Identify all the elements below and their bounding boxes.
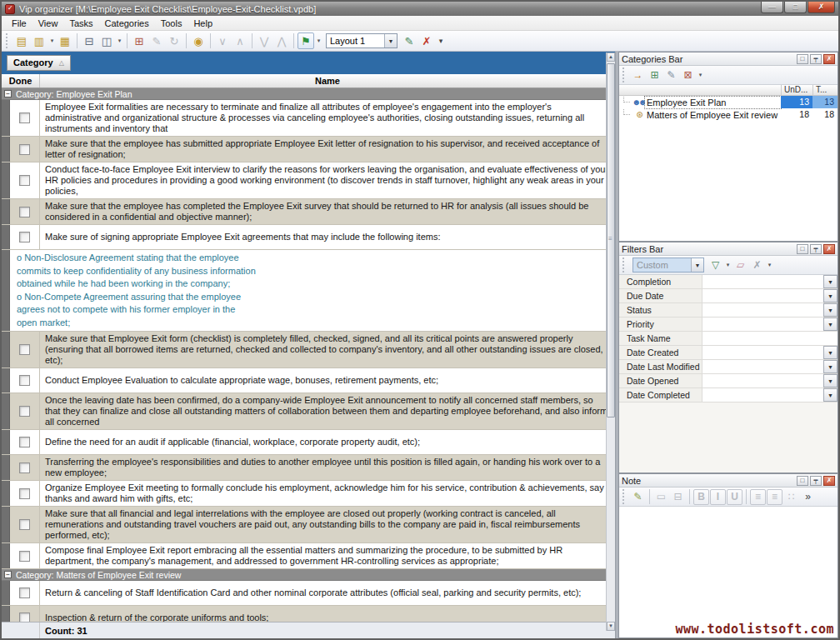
edit-category-icon[interactable]: ✎	[663, 68, 679, 83]
italic-icon[interactable]: I	[710, 489, 726, 505]
close-panel-icon[interactable]: ✗	[823, 54, 835, 64]
delete-category-icon[interactable]: ⊠	[680, 68, 696, 83]
done-checkbox[interactable]	[19, 488, 30, 499]
edit-task-icon[interactable]: ✎	[148, 32, 165, 49]
collapse-group-icon[interactable]: −	[4, 571, 12, 578]
pin-panel-icon[interactable]: ┯	[810, 54, 822, 64]
delete-filter-icon-dropdown-icon[interactable]: ▾	[766, 257, 773, 273]
filter-value-cell[interactable]	[702, 346, 823, 359]
minimize-button[interactable]: —	[761, 2, 783, 13]
filter-dropdown-icon[interactable]: ▼	[823, 275, 838, 288]
align-center-icon[interactable]: ≡	[767, 489, 782, 505]
apply-layout-icon[interactable]: ✎	[401, 32, 418, 49]
column-header-done[interactable]: Done	[2, 74, 40, 88]
complete-task-icon[interactable]: ↻	[166, 32, 182, 49]
done-checkbox[interactable]	[19, 232, 30, 242]
done-checkbox[interactable]	[19, 406, 30, 417]
filter-preset-combo[interactable]: Custom▼	[632, 258, 704, 272]
apply-filter-icon-dropdown-icon[interactable]: ▾	[724, 257, 732, 273]
bold-icon[interactable]: B	[693, 489, 709, 505]
pin-panel-icon[interactable]: ┯	[810, 476, 822, 486]
delete-category-icon-dropdown-icon[interactable]: ▾	[697, 67, 704, 83]
task-row[interactable]: Make sure that all financial and legal i…	[2, 507, 615, 543]
align-left-icon[interactable]: ≡	[750, 489, 766, 505]
scrollbar-thumb[interactable]	[607, 63, 615, 418]
done-checkbox[interactable]	[19, 551, 30, 562]
done-checkbox[interactable]	[19, 612, 30, 622]
done-checkbox[interactable]	[19, 175, 30, 186]
bullet-list-icon[interactable]: ∷	[783, 489, 799, 505]
filter-dropdown-icon[interactable]: ▼	[823, 374, 838, 388]
close-button[interactable]: ✗	[808, 2, 835, 13]
open-database-icon-dropdown-icon[interactable]: ▾	[48, 32, 56, 49]
done-checkbox[interactable]	[19, 462, 30, 473]
close-panel-icon[interactable]: ✗	[823, 476, 835, 486]
save-database-icon[interactable]: ▦	[57, 32, 73, 49]
scroll-up-icon[interactable]: ▲	[607, 52, 615, 62]
category-item-matters-of-review[interactable]: ⊛Matters of Employee Exit review1818	[619, 108, 838, 121]
done-checkbox[interactable]	[19, 344, 30, 355]
filter-value-cell[interactable]	[702, 289, 823, 302]
filter-value-cell[interactable]	[702, 360, 823, 373]
print-note-icon[interactable]: ⊟	[670, 489, 686, 505]
task-row[interactable]: Make sure of signing appropriate Employe…	[2, 225, 615, 250]
category-group-row[interactable]: −Category: Employee Exit Plan	[2, 88, 615, 100]
menu-item-file[interactable]: File	[6, 18, 32, 29]
task-row[interactable]: Compose final Employee Exit report embra…	[2, 543, 615, 569]
filter-value-cell[interactable]	[702, 275, 823, 288]
note-editor[interactable]	[619, 507, 838, 638]
filter-value-cell[interactable]	[702, 303, 823, 317]
filter-preset-combo-dropdown-icon[interactable]: ▼	[691, 258, 703, 272]
task-row[interactable]: Make sure that the employee has submitte…	[2, 137, 615, 162]
move-down-icon[interactable]: ∨	[214, 32, 231, 49]
move-to-top-icon[interactable]: ⋀	[273, 32, 290, 49]
undock-panel-icon[interactable]: □	[797, 476, 808, 486]
layout-combo-dropdown-icon[interactable]: ▼	[384, 34, 397, 48]
menu-item-tasks[interactable]: Tasks	[63, 18, 98, 29]
category-group-row[interactable]: −Category: Matters of Employee Exit revi…	[2, 569, 615, 581]
task-row[interactable]: Inspection & return of the corporate uni…	[2, 606, 615, 622]
filter-value-cell[interactable]	[702, 318, 823, 331]
menu-item-categories[interactable]: Categories	[99, 18, 155, 29]
done-checkbox[interactable]	[19, 588, 30, 598]
done-checkbox[interactable]	[19, 437, 30, 448]
note-overflow-icon[interactable]: »	[800, 489, 816, 505]
pin-panel-icon[interactable]: ┯	[810, 244, 822, 254]
clear-filter-icon[interactable]: ▱	[732, 258, 748, 273]
undock-panel-icon[interactable]: □	[797, 244, 808, 254]
apply-filter-icon[interactable]: ▽	[708, 258, 723, 273]
column-header-total[interactable]: T...	[812, 85, 838, 95]
notification-icon-dropdown-icon[interactable]: ▾	[315, 32, 322, 49]
column-header-undone[interactable]: UnD...	[781, 85, 812, 95]
done-checkbox[interactable]	[19, 375, 30, 386]
undock-panel-icon[interactable]: □	[797, 54, 808, 64]
filter-value-cell[interactable]	[702, 374, 823, 388]
notification-icon[interactable]: ⚑	[298, 32, 314, 49]
scroll-down-icon[interactable]: ▼	[607, 622, 615, 631]
task-row[interactable]: Define the need for an audit if applicab…	[2, 430, 615, 455]
task-row[interactable]: Conduct face-to-face Employee Exit inter…	[2, 162, 615, 199]
task-note-row[interactable]: o Non-Disclosure Agreement stating that …	[2, 250, 615, 332]
open-database-icon[interactable]: ▥	[31, 32, 48, 49]
new-task-icon[interactable]: ⊞	[131, 32, 148, 49]
new-database-icon[interactable]: ▤	[13, 32, 30, 49]
delete-filter-icon[interactable]: ✗	[749, 258, 765, 273]
filter-dropdown-icon[interactable]: ▼	[823, 289, 838, 302]
toolbar-grip[interactable]	[6, 33, 9, 48]
task-row[interactable]: Make sure that Employee Exit form (check…	[2, 332, 615, 368]
task-row[interactable]: Return & canceling of Staff Identificati…	[2, 581, 615, 606]
toolbar-grip[interactable]	[622, 489, 626, 504]
menu-item-view[interactable]: View	[32, 18, 64, 29]
close-panel-icon[interactable]: ✗	[823, 244, 835, 254]
filter-dropdown-icon[interactable]: ▼	[823, 318, 838, 331]
underline-icon[interactable]: U	[727, 489, 742, 505]
done-checkbox[interactable]	[19, 144, 30, 155]
task-row[interactable]: Organize Employee Exit meeting to formal…	[2, 481, 615, 507]
print-preview-icon[interactable]: ◫	[98, 32, 115, 49]
done-checkbox[interactable]	[19, 112, 30, 123]
task-row[interactable]: Once the leaving date has been confirmed…	[2, 393, 615, 430]
task-row[interactable]: Transferring the employee's responsibili…	[2, 455, 615, 481]
move-up-icon[interactable]: ∧	[232, 32, 248, 49]
table-scrollbar[interactable]: ▲ ▼	[606, 52, 615, 631]
print-preview-icon-dropdown-icon[interactable]: ▾	[116, 32, 123, 49]
